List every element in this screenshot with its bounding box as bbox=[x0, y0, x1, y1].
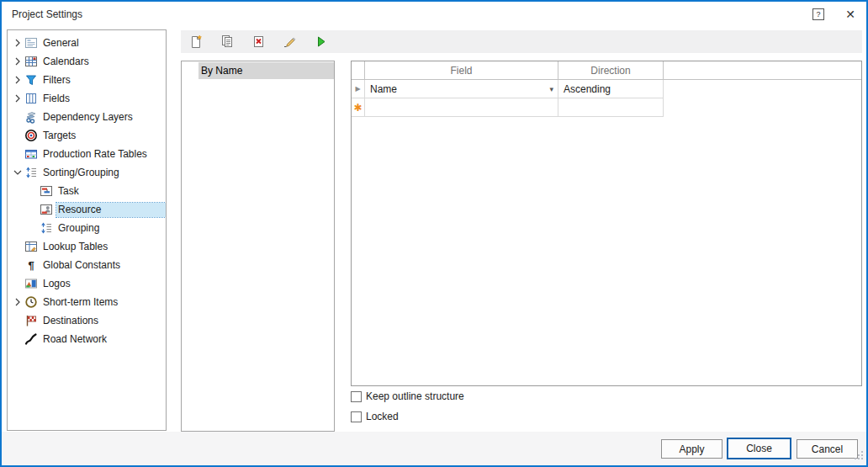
list-item-label: By Name bbox=[198, 62, 334, 79]
sidebar-item-filters[interactable]: Filters bbox=[8, 71, 166, 89]
sidebar-item-short-term-items[interactable]: Short-term Items bbox=[8, 293, 166, 311]
sidebar-item-label: Resource bbox=[56, 203, 166, 217]
sidebar-item-label: Grouping bbox=[56, 221, 103, 236]
sidebar-item-destinations[interactable]: Destinations bbox=[8, 311, 166, 330]
row-selector-header bbox=[352, 61, 365, 79]
chevron-down-icon[interactable] bbox=[11, 166, 24, 179]
checkbox-icon bbox=[351, 391, 362, 402]
grid-row: ▶ Name▾ Ascending bbox=[352, 80, 664, 98]
sidebar-item-grouping[interactable]: Grouping bbox=[8, 219, 166, 237]
help-icon: ? bbox=[812, 8, 824, 20]
sidebar-item-logos[interactable]: Logos bbox=[8, 274, 166, 293]
sidebar-item-targets[interactable]: Targets bbox=[8, 126, 166, 145]
sidebar-item-label: Fields bbox=[41, 92, 73, 106]
target-icon bbox=[24, 129, 38, 142]
sidebar-item-label: Calendars bbox=[41, 55, 93, 69]
sidebar-item-label: Targets bbox=[41, 129, 79, 143]
sidebar-item-label: Short-term Items bbox=[41, 295, 121, 310]
edit-pencil-icon[interactable] bbox=[282, 34, 297, 50]
resource-icon bbox=[40, 203, 53, 216]
checkbox-label: Keep outline structure bbox=[366, 390, 464, 402]
sidebar-item-label: Global Constants bbox=[41, 258, 124, 273]
road-icon bbox=[24, 332, 38, 346]
list-item-by-name[interactable]: By Name bbox=[182, 62, 334, 79]
pilcrow-icon: ¶ bbox=[24, 258, 38, 272]
field-cell[interactable] bbox=[365, 98, 558, 117]
sidebar-item-label: Logos bbox=[41, 277, 74, 291]
sort-toolbar bbox=[181, 30, 862, 53]
sidebar-item-production-rate-tables[interactable]: Production Rate Tables bbox=[8, 145, 166, 163]
checkered-flag-icon bbox=[24, 314, 38, 327]
column-header-field[interactable]: Field bbox=[365, 61, 558, 79]
help-button[interactable]: ? bbox=[802, 2, 834, 27]
checkbox-label: Locked bbox=[366, 411, 399, 422]
row-selector[interactable]: ▶ bbox=[352, 80, 365, 98]
grid-header: Field Direction bbox=[352, 61, 861, 80]
close-button[interactable]: Close bbox=[727, 438, 791, 459]
keep-outline-structure-checkbox[interactable]: Keep outline structure bbox=[351, 390, 464, 403]
chevron-right-icon[interactable] bbox=[11, 73, 24, 87]
resize-grip[interactable] bbox=[854, 450, 864, 463]
sidebar-item-road-network[interactable]: Road Network bbox=[8, 330, 166, 348]
calendar-icon bbox=[24, 55, 38, 68]
sidebar-item-resource[interactable]: Resource bbox=[8, 200, 166, 219]
sidebar-item-label: Dependency Layers bbox=[41, 110, 136, 125]
sidebar-item-label: Production Rate Tables bbox=[41, 147, 151, 162]
rate-table-icon bbox=[24, 147, 38, 161]
chevron-right-icon[interactable] bbox=[11, 36, 24, 50]
close-icon: ✕ bbox=[845, 8, 855, 21]
sidebar-item-label: Sorting/Grouping bbox=[41, 166, 123, 180]
new-row-icon: ✱ bbox=[353, 102, 362, 114]
fields-icon bbox=[24, 92, 38, 105]
sort-icon bbox=[24, 166, 38, 179]
run-icon[interactable] bbox=[313, 34, 328, 50]
sidebar-item-label: Road Network bbox=[41, 332, 110, 347]
chevron-right-icon[interactable] bbox=[11, 295, 24, 309]
sidebar-item-task[interactable]: Task bbox=[8, 182, 166, 200]
sidebar-item-label: Lookup Tables bbox=[41, 240, 111, 254]
locked-checkbox[interactable]: Locked bbox=[351, 410, 399, 423]
column-header-empty bbox=[664, 61, 861, 79]
filter-icon bbox=[24, 73, 38, 87]
delete-icon[interactable] bbox=[251, 34, 266, 50]
sidebar-item-general[interactable]: General bbox=[8, 34, 166, 52]
sidebar-item-lookup-tables[interactable]: Lookup Tables bbox=[8, 237, 166, 256]
sidebar-item-label: Filters bbox=[41, 73, 74, 88]
sort-fields-grid: Field Direction ▶ Name▾ Ascending ✱ bbox=[351, 61, 862, 386]
dependency-layers-icon bbox=[24, 110, 38, 124]
image-icon bbox=[24, 277, 38, 290]
field-cell[interactable]: Name▾ bbox=[365, 80, 558, 98]
cancel-button[interactable]: Cancel bbox=[797, 439, 858, 459]
apply-button[interactable]: Apply bbox=[661, 439, 722, 459]
task-icon bbox=[40, 184, 53, 198]
sidebar-item-global-constants[interactable]: ¶ Global Constants bbox=[8, 256, 166, 274]
checkbox-icon bbox=[351, 411, 362, 422]
dropdown-arrow-icon[interactable]: ▾ bbox=[549, 85, 558, 93]
new-document-icon[interactable] bbox=[188, 34, 204, 50]
project-settings-dialog: Project Settings ? ✕ General Calendars F… bbox=[0, 0, 868, 467]
title-bar: Project Settings ? ✕ bbox=[2, 2, 866, 27]
sidebar-item-label: Destinations bbox=[41, 314, 102, 328]
window-close-button[interactable]: ✕ bbox=[834, 2, 866, 27]
chevron-right-icon[interactable] bbox=[11, 55, 24, 68]
sidebar-item-dependency-layers[interactable]: Dependency Layers bbox=[8, 108, 166, 126]
direction-cell[interactable]: Ascending bbox=[558, 80, 664, 98]
sidebar-item-fields[interactable]: Fields bbox=[8, 89, 166, 108]
current-row-icon: ▶ bbox=[355, 85, 360, 93]
sidebar-item-calendars[interactable]: Calendars bbox=[8, 52, 166, 71]
window-title: Project Settings bbox=[2, 8, 82, 20]
sidebar-item-sorting-grouping[interactable]: Sorting/Grouping bbox=[8, 163, 166, 182]
sidebar-item-label: Task bbox=[56, 184, 82, 199]
lookup-table-icon bbox=[24, 240, 38, 253]
sort-icon bbox=[40, 221, 53, 235]
direction-cell[interactable] bbox=[558, 98, 664, 117]
copy-icon[interactable] bbox=[220, 34, 235, 50]
sidebar-item-label: General bbox=[41, 36, 82, 50]
chevron-right-icon[interactable] bbox=[11, 92, 24, 105]
grid-new-row: ✱ bbox=[352, 98, 664, 117]
settings-tree: General Calendars Filters Fields Depende… bbox=[7, 29, 167, 431]
column-header-direction[interactable]: Direction bbox=[558, 61, 664, 79]
row-selector[interactable]: ✱ bbox=[352, 98, 365, 117]
general-icon bbox=[24, 36, 38, 50]
clock-icon bbox=[24, 295, 38, 309]
